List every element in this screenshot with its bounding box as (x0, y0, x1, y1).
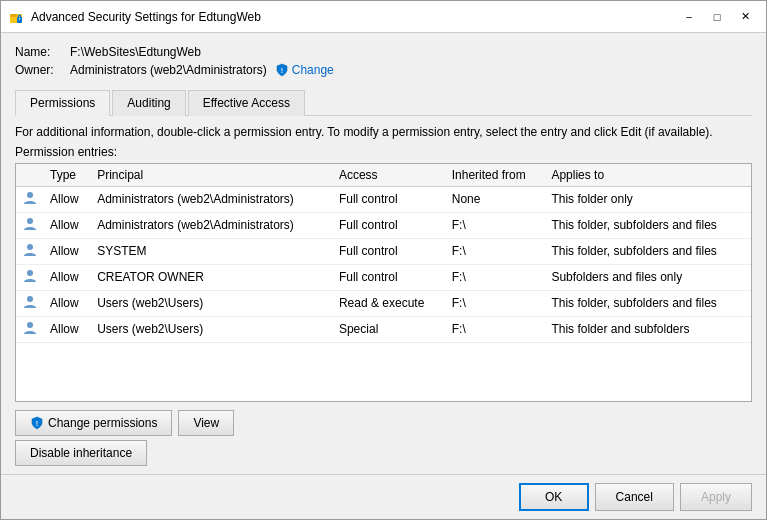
section-label: Permission entries: (15, 145, 752, 159)
row-applies-to: This folder, subfolders and files (545, 290, 751, 316)
row-applies-to: This folder and subfolders (545, 316, 751, 342)
row-principal: Administrators (web2\Administrators) (91, 212, 333, 238)
row-type: Allow (44, 264, 91, 290)
svg-point-6 (27, 192, 33, 198)
close-button[interactable]: ✕ (732, 7, 758, 27)
row-access: Full control (333, 186, 446, 212)
row-icon-cell (16, 316, 44, 342)
row-inherited-from: F:\ (446, 316, 546, 342)
main-content: Name: F:\WebSites\EdtungWeb Owner: Admin… (1, 33, 766, 474)
svg-text:!: ! (36, 420, 38, 427)
user-icon (22, 320, 38, 336)
row-type: Allow (44, 186, 91, 212)
user-icon (22, 268, 38, 284)
permissions-table: Type Principal Access Inherited from App… (16, 164, 751, 343)
table-row[interactable]: AllowUsers (web2\Users)Read & executeF:\… (16, 290, 751, 316)
row-icon-cell (16, 186, 44, 212)
permissions-table-container[interactable]: Type Principal Access Inherited from App… (15, 163, 752, 402)
row-inherited-from: F:\ (446, 264, 546, 290)
bottom-buttons-bot: Disable inheritance (15, 440, 752, 466)
name-row: Name: F:\WebSites\EdtungWeb (15, 45, 752, 59)
row-type: Allow (44, 238, 91, 264)
owner-label: Owner: (15, 63, 70, 77)
minimize-button[interactable]: − (676, 7, 702, 27)
col-type-label: Type (44, 164, 91, 187)
row-principal: Administrators (web2\Administrators) (91, 186, 333, 212)
table-row[interactable]: AllowAdministrators (web2\Administrators… (16, 212, 751, 238)
svg-point-10 (27, 296, 33, 302)
row-principal: SYSTEM (91, 238, 333, 264)
tab-auditing[interactable]: Auditing (112, 90, 185, 116)
row-principal: CREATOR OWNER (91, 264, 333, 290)
col-type (16, 164, 44, 187)
col-principal: Principal (91, 164, 333, 187)
name-label: Name: (15, 45, 70, 59)
svg-point-9 (27, 270, 33, 276)
tab-bar: Permissions Auditing Effective Access (15, 89, 752, 116)
table-row[interactable]: AllowCREATOR OWNERFull controlF:\Subfold… (16, 264, 751, 290)
change-permissions-button[interactable]: ! Change permissions (15, 410, 172, 436)
table-row[interactable]: AllowUsers (web2\Users)SpecialF:\This fo… (16, 316, 751, 342)
info-text: For additional information, double-click… (15, 124, 752, 141)
svg-point-8 (27, 244, 33, 250)
name-value: F:\WebSites\EdtungWeb (70, 45, 201, 59)
row-access: Full control (333, 264, 446, 290)
title-controls: − □ ✕ (676, 7, 758, 27)
row-icon-cell (16, 238, 44, 264)
row-applies-to: This folder, subfolders and files (545, 238, 751, 264)
owner-value: Administrators (web2\Administrators) (70, 63, 267, 77)
table-header-row: Type Principal Access Inherited from App… (16, 164, 751, 187)
row-access: Special (333, 316, 446, 342)
row-access: Full control (333, 238, 446, 264)
window: Advanced Security Settings for EdtungWeb… (0, 0, 767, 520)
col-applies-to: Applies to (545, 164, 751, 187)
change-owner-label: Change (292, 63, 334, 77)
shield-change-icon: ! (275, 63, 289, 77)
svg-point-7 (27, 218, 33, 224)
svg-point-11 (27, 322, 33, 328)
svg-rect-2 (17, 17, 22, 23)
table-body: AllowAdministrators (web2\Administrators… (16, 186, 751, 342)
title-bar-left: Advanced Security Settings for EdtungWeb (9, 9, 261, 25)
table-header: Type Principal Access Inherited from App… (16, 164, 751, 187)
shield-btn-icon: ! (30, 416, 44, 430)
row-icon-cell (16, 212, 44, 238)
footer: OK Cancel Apply (1, 474, 766, 519)
user-icon (22, 242, 38, 258)
row-type: Allow (44, 316, 91, 342)
row-applies-to: This folder only (545, 186, 751, 212)
maximize-button[interactable]: □ (704, 7, 730, 27)
row-type: Allow (44, 212, 91, 238)
row-applies-to: Subfolders and files only (545, 264, 751, 290)
window-icon (9, 9, 25, 25)
row-access: Read & execute (333, 290, 446, 316)
tab-permissions[interactable]: Permissions (15, 90, 110, 116)
user-icon (22, 190, 38, 206)
row-access: Full control (333, 212, 446, 238)
svg-rect-1 (10, 14, 17, 17)
row-applies-to: This folder, subfolders and files (545, 212, 751, 238)
row-inherited-from: F:\ (446, 212, 546, 238)
view-button[interactable]: View (178, 410, 234, 436)
table-row[interactable]: AllowAdministrators (web2\Administrators… (16, 186, 751, 212)
row-icon-cell (16, 264, 44, 290)
disable-inheritance-button[interactable]: Disable inheritance (15, 440, 147, 466)
row-type: Allow (44, 290, 91, 316)
owner-row: Owner: Administrators (web2\Administrato… (15, 63, 752, 77)
change-owner-link[interactable]: ! Change (275, 63, 334, 77)
apply-button[interactable]: Apply (680, 483, 752, 511)
cancel-button[interactable]: Cancel (595, 483, 674, 511)
row-inherited-from: F:\ (446, 290, 546, 316)
row-principal: Users (web2\Users) (91, 290, 333, 316)
bottom-buttons-top: ! Change permissions View (15, 410, 752, 436)
col-inherited-from: Inherited from (446, 164, 546, 187)
window-title: Advanced Security Settings for EdtungWeb (31, 10, 261, 24)
tab-effective-access[interactable]: Effective Access (188, 90, 305, 116)
user-icon (22, 294, 38, 310)
row-inherited-from: None (446, 186, 546, 212)
user-icon (22, 216, 38, 232)
table-row[interactable]: AllowSYSTEMFull controlF:\This folder, s… (16, 238, 751, 264)
ok-button[interactable]: OK (519, 483, 589, 511)
row-inherited-from: F:\ (446, 238, 546, 264)
row-principal: Users (web2\Users) (91, 316, 333, 342)
